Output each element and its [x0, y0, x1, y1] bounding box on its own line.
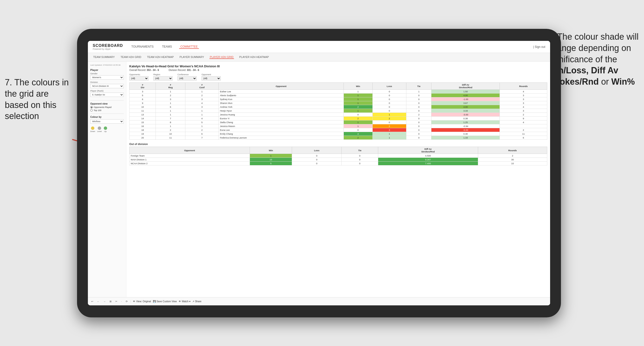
- sub-nav-team-h2h-grid[interactable]: TEAM H2H GRID: [120, 55, 142, 59]
- ood-col-loss: Loss: [292, 147, 342, 154]
- cell-tie: 2: [406, 113, 432, 117]
- toolbar-save-custom[interactable]: 💾 Save Custom View: [153, 300, 177, 303]
- ood-cell-rounds: 30: [478, 158, 547, 162]
- cell-rounds: 11: [500, 132, 547, 136]
- sub-nav-team-summary[interactable]: TEAM SUMMARY: [93, 55, 115, 59]
- radio-top100[interactable]: Top 100: [90, 109, 124, 112]
- legend-level: Level: [97, 127, 102, 133]
- cell-rounds: [500, 124, 547, 128]
- opponent-select[interactable]: (All): [202, 76, 221, 81]
- toolbar-share[interactable]: ↗ Share: [192, 300, 202, 303]
- filter-region: Region (All): [153, 73, 172, 81]
- nav-sign-out[interactable]: | Sign out: [533, 45, 545, 49]
- ood-table-row: NCAA Division 2 5 0 0 7.400 10: [130, 162, 547, 166]
- ood-col-rounds: Rounds: [478, 147, 547, 154]
- watch-icon: 👁: [179, 300, 181, 303]
- col-conf: #Conf: [186, 83, 218, 90]
- cell-loss: 0: [372, 94, 406, 97]
- cell-diff: -1.00: [432, 97, 500, 101]
- sub-nav-player-h2h-grid[interactable]: PLAYER H2H GRID: [210, 55, 234, 59]
- legend-dot-level: [98, 127, 101, 130]
- toolbar-cut[interactable]: ✂: [114, 300, 118, 303]
- table-row: 6 3 3 Sydney Kuo 1 0 0 -1.00 3: [130, 97, 547, 101]
- cell-div: 10: [130, 105, 156, 109]
- cell-tie: 0: [406, 136, 432, 140]
- ood-col-win: Win: [250, 147, 292, 154]
- ood-cell-tie: 0: [342, 158, 378, 162]
- cell-opponent: Emily Chang: [218, 132, 344, 136]
- toolbar-view-original[interactable]: 👁 View: Original: [133, 300, 151, 303]
- legend-dot-up: [104, 127, 107, 130]
- radio-label-top100: Top 100: [94, 109, 101, 112]
- cell-opponent: Stella Cheng: [218, 121, 344, 124]
- radio-dot-top100[interactable]: [90, 109, 93, 112]
- table-row: 13 1 1 Jessica Huang 0 1 2 -3.00 2: [130, 113, 547, 117]
- cell-conf: 2: [186, 128, 218, 132]
- toolbar-undo[interactable]: ↩: [90, 300, 94, 303]
- toolbar-watch[interactable]: 👁 Watch ▾: [179, 300, 190, 303]
- cell-loss: 0: [372, 105, 406, 109]
- sub-nav-player-h2h-heatmap[interactable]: PLAYER H2H HEATMAP: [239, 55, 270, 59]
- table-row: 15 8 5 Stella Cheng 1 0 0 1.25 4: [130, 121, 547, 124]
- sidebar-gender-label: Gender: [90, 72, 124, 75]
- conference-select[interactable]: (All): [178, 76, 197, 81]
- cell-opponent: Euna Lee: [218, 128, 344, 132]
- cell-diff: 0.38: [432, 117, 500, 121]
- out-of-division-title: Out of division: [129, 143, 547, 146]
- colour-by-select[interactable]: Win/loss: [90, 119, 124, 124]
- cell-loss: 1: [372, 113, 406, 117]
- sub-nav-team-h2h-heatmap[interactable]: TEAM H2H HEATMAP: [146, 55, 174, 59]
- cell-diff: 1.25: [432, 121, 500, 124]
- cell-diff: -5.00: [432, 128, 500, 132]
- toolbar-refresh[interactable]: ⟳: [125, 300, 128, 303]
- cell-diff: 1.33: [432, 136, 500, 140]
- cell-diff: 4.00: [432, 105, 500, 109]
- cell-div: 11: [130, 109, 156, 113]
- grid-title: Katelyn Vo Head-to-Head Grid for Women's…: [129, 64, 547, 68]
- division-select[interactable]: NCAA Division III: [90, 84, 124, 88]
- cell-reg: 1: [156, 124, 186, 128]
- nav-teams[interactable]: TEAMS: [161, 45, 173, 49]
- toolbar-dot: ·: [120, 300, 123, 303]
- region-select[interactable]: (All): [153, 76, 172, 81]
- radio-opponents-played[interactable]: Opponents Played: [90, 106, 124, 108]
- cell-rounds: 4: [500, 121, 547, 124]
- cell-reg: 1: [156, 113, 186, 117]
- cell-rounds: 3: [500, 97, 547, 101]
- cell-tie: 0: [406, 109, 432, 113]
- filter-opponents-label: Opponents:: [129, 73, 148, 76]
- nav-tournaments[interactable]: TOURNAMENTS: [130, 45, 155, 49]
- cell-conf: 4: [186, 117, 218, 121]
- toolbar-grid[interactable]: ⊞: [108, 300, 112, 303]
- toolbar-back[interactable]: ←: [96, 300, 100, 303]
- nav-committee[interactable]: COMMITTEE: [179, 45, 199, 49]
- cell-rounds: 3: [500, 109, 547, 113]
- cell-conf: 1: [186, 90, 218, 94]
- ood-col-diff: Diff AvStrokes/Rnd: [378, 147, 478, 154]
- legend-down: Down: [90, 127, 95, 133]
- toolbar-forward[interactable]: →: [102, 300, 107, 303]
- table-row: 16 1 1 Jessica Mason 1 2 0 -0.94: [130, 124, 547, 128]
- gender-select[interactable]: Women's: [90, 75, 124, 80]
- annotation-right: 8. The colour shade will change dependin…: [548, 31, 639, 88]
- opponents-select[interactable]: (All): [129, 76, 148, 81]
- cell-win: 0: [344, 128, 372, 132]
- cell-opponent: Federica Domecq Lacroze: [218, 136, 344, 140]
- cell-opponent: Alexis Sudjianto: [218, 94, 344, 97]
- player-rank-select[interactable]: 8. Katelyn Vo: [90, 93, 124, 97]
- sidebar-player-section: Player: [90, 69, 124, 71]
- sub-nav-player-summary[interactable]: PLAYER SUMMARY: [179, 55, 205, 59]
- cell-rounds: 3: [500, 101, 547, 105]
- cell-div: 3: [130, 90, 156, 94]
- cell-tie: 0: [406, 105, 432, 109]
- filter-opponent-label: Opponent: [202, 73, 221, 76]
- cell-reg: 11: [156, 136, 186, 140]
- sub-nav: TEAM SUMMARY TEAM H2H GRID TEAM H2H HEAT…: [88, 53, 550, 62]
- ood-cell-opponent: NCAA Division 2: [130, 162, 250, 166]
- cell-div: 13: [130, 113, 156, 117]
- cell-opponent: Eunice Yi: [218, 117, 344, 121]
- cell-loss: 0: [372, 109, 406, 113]
- cell-conf: 2: [186, 94, 218, 97]
- radio-dot-opponents-played[interactable]: [90, 106, 93, 108]
- cell-loss: 0: [372, 101, 406, 105]
